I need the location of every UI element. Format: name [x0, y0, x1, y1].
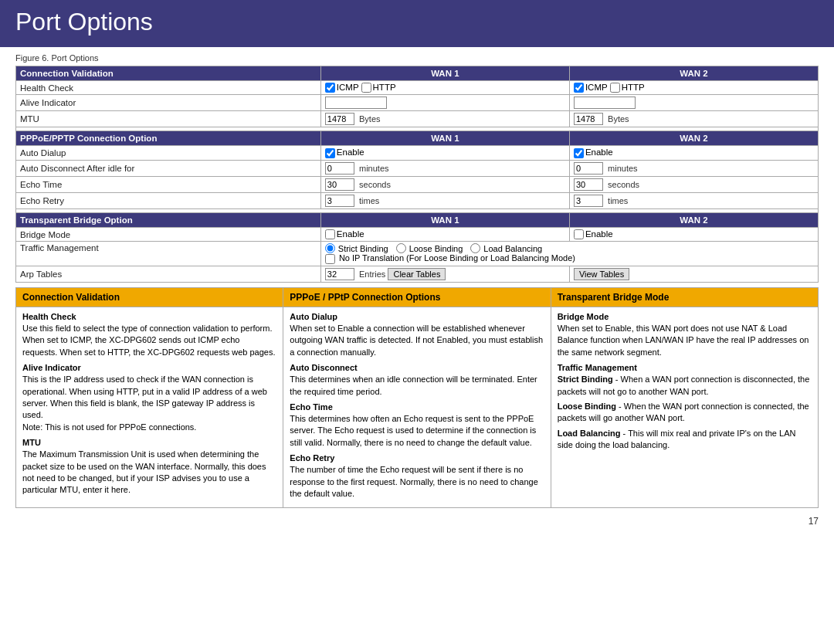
- alive-indicator-label: Alive Indicator: [16, 95, 321, 111]
- desc-header-tb: Transparent Bridge Mode: [551, 288, 818, 307]
- health-check-label: Health Check: [16, 81, 321, 95]
- figure-label: Figure 6. Port Options: [15, 53, 819, 63]
- no-ip-translation-cb[interactable]: [325, 254, 335, 264]
- echo-retry-wan2: times: [569, 192, 818, 208]
- auto-disconnect-wan1: minutes: [320, 160, 569, 176]
- desc-header-pppoe: PPPoE / PPtP Connection Options: [283, 288, 551, 307]
- echo-retry-input-wan1[interactable]: [325, 195, 354, 207]
- content-area: Figure 6. Port Options Connection Valida…: [0, 47, 834, 514]
- arp-tables-wan1: Entries Clear Tables: [320, 266, 569, 283]
- http-check-wan2[interactable]: [610, 83, 620, 93]
- echo-time-input-wan2[interactable]: [574, 178, 603, 191]
- traffic-mgmt-options: Strict Binding Loose Binding Load Balanc…: [320, 242, 818, 266]
- page-header: Port Options: [0, 0, 834, 47]
- no-ip-translation-label: No IP Translation (For Loose Binding or …: [339, 253, 575, 263]
- tm-text: Strict Binding - When a WAN port connect…: [558, 374, 812, 398]
- view-tables-button[interactable]: View Tables: [574, 268, 629, 280]
- auto-disconnect-wan2: minutes: [569, 160, 818, 176]
- echo-retry-label: Echo Retry: [16, 192, 321, 208]
- bm-term: Bridge Mode: [558, 312, 812, 321]
- arp-tables-label: Arp Tables: [16, 266, 321, 283]
- health-check-wan1: ICMP HTTP: [320, 81, 569, 95]
- ad-term: Auto Dialup: [290, 312, 544, 321]
- hc-text: Use this field to select the type of con…: [22, 323, 276, 358]
- desc-col3: Bridge Mode When set to Enable, this WAN…: [551, 307, 818, 508]
- desc-col1: Health Check Use this field to select th…: [16, 307, 283, 508]
- http-check-wan1[interactable]: [361, 83, 371, 93]
- pppoe-wan2-header: WAN 2: [569, 131, 818, 146]
- binding-options-row: Strict Binding Loose Binding Load Balanc…: [325, 243, 814, 253]
- options-table: Connection Validation WAN 1 WAN 2 Health…: [15, 66, 819, 283]
- mtu-wan2: Bytes: [569, 111, 818, 127]
- load-balancing-radio[interactable]: [470, 243, 480, 253]
- mtu-label: MTU: [16, 111, 321, 127]
- alive-indicator-wan1: [320, 95, 569, 111]
- tb-wan1-header: WAN 1: [320, 212, 569, 227]
- mtu-input-wan2[interactable]: [574, 113, 603, 125]
- hc-term: Health Check: [22, 312, 276, 321]
- no-ip-row: No IP Translation (For Loose Binding or …: [325, 253, 814, 264]
- adisc-term: Auto Disconnect: [290, 363, 544, 372]
- bridge-mode-label: Bridge Mode: [16, 227, 321, 241]
- lbal-text: Load Balancing - This will mix real and …: [558, 428, 812, 452]
- echo-time-label: Echo Time: [16, 176, 321, 192]
- strict-binding-label: Strict Binding: [338, 244, 388, 253]
- mtu-input-wan1[interactable]: [325, 113, 354, 125]
- icmp-check-wan1[interactable]: [325, 83, 335, 93]
- page-number: 17: [0, 514, 834, 528]
- echo-time-wan1: seconds: [320, 176, 569, 192]
- er-term: Echo Retry: [290, 453, 544, 463]
- ai-term: Alive Indicator: [22, 363, 276, 372]
- echo-retry-input-wan2[interactable]: [574, 195, 603, 207]
- arp-entries-input[interactable]: [325, 268, 354, 280]
- lb-text: Loose Binding - When the WAN port connec…: [558, 401, 812, 425]
- cv-wan1-header: WAN 1: [320, 66, 569, 81]
- tb-section-header: Transparent Bridge Option: [16, 212, 321, 227]
- health-check-wan2: ICMP HTTP: [569, 81, 818, 95]
- arp-entries-unit: Entries: [359, 269, 385, 279]
- bm-text: When set to Enable, this WAN port does n…: [558, 323, 812, 358]
- strict-binding-radio[interactable]: [325, 243, 335, 253]
- bridge-mode-wan2: Enable: [569, 227, 818, 241]
- alive-indicator-wan2: [569, 95, 818, 111]
- desc-col2: Auto Dialup When set to Enable a connect…: [283, 307, 551, 508]
- icmp-check-wan2[interactable]: [574, 83, 584, 93]
- et-text: This determines how often an Echo reques…: [290, 413, 544, 449]
- auto-dialup-cb-wan2[interactable]: [574, 148, 584, 158]
- echo-retry-wan1: times: [320, 192, 569, 208]
- auto-disconnect-input-wan2[interactable]: [574, 162, 603, 175]
- er-text: The number of time the Echo request will…: [290, 464, 544, 500]
- tb-wan2-header: WAN 2: [569, 212, 818, 227]
- mtu-unit-wan2: Bytes: [608, 114, 629, 124]
- arp-tables-wan2: View Tables: [569, 266, 818, 283]
- loose-binding-radio[interactable]: [396, 243, 406, 253]
- auto-disconnect-label: Auto Disconnect After idle for: [16, 160, 321, 176]
- cv-wan2-header: WAN 2: [569, 66, 818, 81]
- pppoe-section-header: PPPoE/PPTP Connection Option: [16, 131, 321, 146]
- traffic-mgmt-label: Traffic Management: [16, 242, 321, 266]
- auto-disconnect-input-wan1[interactable]: [325, 162, 354, 175]
- tm-term: Traffic Management: [558, 363, 812, 372]
- alive-input-wan1[interactable]: [325, 97, 387, 109]
- clear-tables-button[interactable]: Clear Tables: [388, 268, 446, 280]
- alive-input-wan2[interactable]: [574, 97, 636, 109]
- auto-dialup-cb-wan1[interactable]: [325, 148, 335, 158]
- desc-table: Connection Validation PPPoE / PPtP Conne…: [15, 287, 819, 508]
- echo-time-input-wan1[interactable]: [325, 178, 354, 191]
- cv-section-header: Connection Validation: [16, 66, 321, 81]
- load-balancing-label: Load Balancing: [483, 244, 542, 253]
- page-title: Port Options: [15, 8, 819, 36]
- auto-dialup-wan2: Enable: [569, 146, 818, 160]
- mtu-text: The Maximum Transmission Unit is used wh…: [22, 449, 276, 497]
- bridge-mode-cb-wan2[interactable]: [574, 229, 584, 239]
- adisc-text: This determines when an idle connection …: [290, 374, 544, 398]
- et-term: Echo Time: [290, 402, 544, 412]
- mtu-unit-wan1: Bytes: [359, 114, 381, 124]
- ad-text: When set to Enable a connection will be …: [290, 323, 544, 358]
- auto-dialup-wan1: Enable: [320, 146, 569, 160]
- bridge-mode-cb-wan1[interactable]: [325, 229, 335, 239]
- echo-time-wan2: seconds: [569, 176, 818, 192]
- mtu-term: MTU: [22, 438, 276, 447]
- auto-dialup-label: Auto Dialup: [16, 146, 321, 160]
- pppoe-wan1-header: WAN 1: [320, 131, 569, 146]
